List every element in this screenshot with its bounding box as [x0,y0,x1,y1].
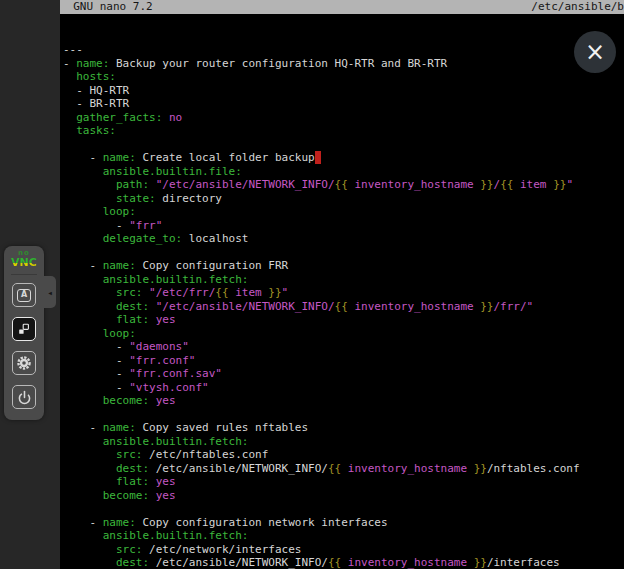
close-button[interactable]: × [574,31,616,73]
code-line: src: "/etc/frr/{{ item }}" [63,286,624,300]
code-line: - "frr.conf.sav" [63,367,624,381]
code-segment: loop: [103,327,136,340]
code-line [63,408,624,422]
nano-editor[interactable]: ---- name: Backup your router configurat… [60,14,624,569]
code-line: tasks: [63,124,624,138]
code-segment: - [63,259,103,272]
code-segment: src: [116,543,143,556]
code-segment: "/etc/ansible/NETWORK_INFO/ [156,300,335,313]
code-segment: --- [63,43,83,56]
collapse-arrow-icon: ◀ [48,289,52,296]
code-segment [63,462,116,475]
code-segment [149,475,156,488]
code-line: src: /etc/network/interfaces [63,543,624,557]
code-segment [63,313,116,326]
code-line: src: /etc/nftables.conf [63,448,624,462]
control-bar-handle[interactable]: ◀ [44,276,56,308]
code-segment: name: [103,516,136,529]
code-segment: Copy configuration FRR [136,259,288,272]
code-segment: /etc/network/interfaces [142,543,301,556]
code-segment: - [63,516,103,529]
code-line: dest: /etc/ansible/NETWORK_INFO/{{ inven… [63,556,624,569]
terminal-window: GNU nano 7.2 /etc/ansible/b ---- name: B… [60,0,624,569]
code-segment: state: [116,192,156,205]
code-segment: loop: [103,205,136,218]
code-segment [63,111,76,124]
code-line: loop: [63,327,624,341]
code-segment: - [63,57,76,70]
code-line: ansible.builtin.fetch: [63,273,624,287]
code-segment: /interfaces [487,556,560,569]
code-line [63,138,624,152]
fullscreen-button[interactable] [12,317,36,341]
code-segment [63,543,116,556]
code-segment: " [282,286,289,299]
code-segment: {{ [335,178,348,191]
code-segment: tasks: [76,124,116,137]
code-segment: ansible.builtin.fetch: [103,529,249,542]
code-segment: yes [156,489,176,502]
code-segment: - [63,367,129,380]
code-line: - name: Backup your router configuration… [63,57,624,71]
keyboard-button[interactable]: A [12,283,36,307]
code-segment [63,178,116,191]
code-segment: gather_facts: [76,111,162,124]
code-segment: inventory_hostname [341,462,473,475]
panel-divider [11,274,37,275]
code-segment: }} [268,286,281,299]
code-segment [162,111,169,124]
code-line: --- [63,43,624,57]
code-segment: }} [480,300,493,313]
code-segment: ansible.builtin.fetch: [103,273,249,286]
code-segment [149,313,156,326]
code-segment: {{ [328,556,341,569]
code-segment: become: [103,394,149,407]
code-segment: name: [103,421,136,434]
code-segment: /nftables.conf [487,462,580,475]
code-line: - name: Copy saved rules nftables [63,421,624,435]
code-segment [149,394,156,407]
code-segment: inventory_hostname [341,556,473,569]
novnc-logo: no VNC [11,250,37,268]
code-segment: yes [156,475,176,488]
code-segment: }} [474,462,487,475]
code-segment: hosts: [76,70,116,83]
power-button[interactable] [12,385,36,409]
code-segment: - [63,421,103,434]
code-segment: {{ [335,300,348,313]
code-line: - "frr.conf" [63,354,624,368]
code-segment: dest: [116,462,149,475]
code-segment: }} [474,556,487,569]
code-segment: Copy saved rules nftables [136,421,308,434]
fullscreen-icon [16,321,32,337]
code-line: gather_facts: no [63,111,624,125]
code-segment [63,70,76,83]
power-icon [16,389,33,406]
code-line: - name: Copy configuration network inter… [63,516,624,530]
code-line: - BR-RTR [63,97,624,111]
code-segment: item [229,286,269,299]
settings-button[interactable] [12,351,36,375]
code-segment: /etc/ansible/NETWORK_INFO/ [149,556,328,569]
code-line: flat: yes [63,313,624,327]
code-segment: {{ [500,178,513,191]
code-segment [63,124,76,137]
code-line: ansible.builtin.fetch: [63,435,624,449]
code-segment [63,300,116,313]
code-segment: {{ [328,462,341,475]
close-icon: × [585,38,605,66]
code-segment [63,556,116,569]
code-line [63,502,624,516]
code-segment: delegate_to: [103,232,182,245]
code-segment: "/etc/ansible/NETWORK_INFO/ [156,178,335,191]
code-segment: name: [76,57,109,70]
code-segment [63,165,103,178]
nano-filename-label: /etc/ansible/b [531,0,624,14]
code-segment: - [63,354,129,367]
code-segment: - BR-RTR [63,97,129,110]
code-segment: "frr.conf" [129,354,195,367]
code-line: - name: Create local folder backup [63,151,624,165]
code-line: become: yes [63,489,624,503]
code-line: path: "/etc/ansible/NETWORK_INFO/{{ inve… [63,178,624,192]
code-segment: flat: [116,313,149,326]
